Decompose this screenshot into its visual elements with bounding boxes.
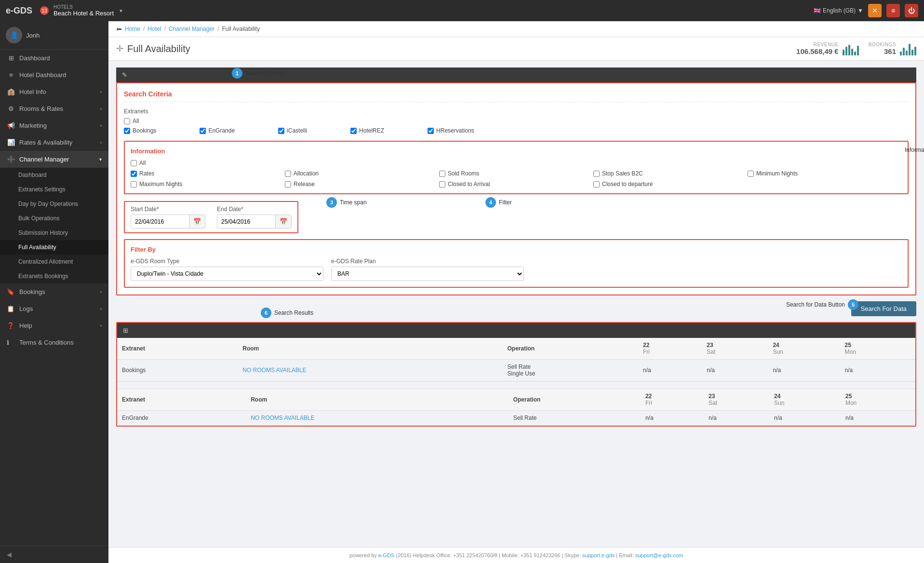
cb-engrande-label: EnGrande [208,127,235,134]
sub-item-cm-day-by-day[interactable]: Day by Day Operations [0,197,108,211]
cb-sold-rooms-input[interactable] [439,171,445,177]
search-for-data-button[interactable]: Search For Data [851,301,916,316]
date-day-25-1: Mon [845,349,911,355]
date-num-25-2: 25 [845,393,911,400]
sub-item-cm-submission[interactable]: Submission History [0,226,108,240]
footer-egds-link[interactable]: e-GDS [378,552,395,558]
sidebar-item-help[interactable]: ❓ Help › [0,317,108,334]
footer-skype-link[interactable]: support.e-gds [582,552,615,558]
cb-icastelli[interactable]: iCastelli [278,127,307,134]
cb-release[interactable]: Release [285,181,439,188]
cb-release-input[interactable] [285,181,291,188]
cb-min-nights-input[interactable] [748,171,754,177]
cb-hotelrez-input[interactable] [350,128,357,134]
end-cal-icon[interactable]: 📅 [275,215,291,228]
icon-btn-bars[interactable]: ≡ [886,4,900,17]
cb-hreservations-input[interactable] [428,128,434,134]
page-title-area: ✛ Full Availability [116,43,190,54]
cb-stop-sales-input[interactable] [593,171,600,177]
cb-closed-arrival[interactable]: Closed to Arrival [439,181,593,188]
cb-max-nights[interactable]: Maximum Nights [131,181,285,188]
criteria-title: Search Criteria [124,90,909,102]
date-num-25-1: 25 [845,342,911,349]
rate-plan-select[interactable]: BAR Standard Rate Weekend Rate [331,267,524,281]
cb-max-nights-input[interactable] [131,181,137,188]
breadcrumb-channel-manager[interactable]: Channel Manager [169,26,214,32]
help-arrow: › [100,323,102,328]
cb-hreservations[interactable]: HReservations [428,127,474,134]
cb-all-ext-input[interactable] [124,118,130,124]
cb-closed-arrival-label: Closed to Arrival [448,181,490,188]
sidebar-item-bookings[interactable]: 🔖 Bookings › [0,283,108,300]
cb-info-all[interactable]: All [131,160,902,166]
cb-rates-input[interactable] [131,171,137,177]
stats-area: REVENUE 106.568,49 € BOOKINGS [796,42,916,55]
sub-item-cm-full-avail[interactable]: Full Availability [0,240,108,255]
sidebar-item-terms[interactable]: ℹ Terms & Conditions [0,334,108,351]
cb-stop-sales[interactable]: Stop Sales B2C [593,170,748,177]
end-date-input[interactable] [217,215,275,228]
table-row-engrande: EnGrande NO ROOMS AVAILABLE Sell Rate n/… [117,411,915,426]
date-day-22-1: Fri [643,349,697,355]
breadcrumb-home[interactable]: Home [125,26,140,32]
cb-info-all-label: All [139,160,146,166]
sidebar-item-hotel-info[interactable]: 🏨 Hotel Info › [0,83,108,100]
sidebar-item-dashboard[interactable]: ⊞ Dashboard [0,50,108,67]
cb-bookings-input[interactable] [124,128,130,134]
logs-icon: 📋 [7,305,15,312]
sidebar-item-rooms-rates[interactable]: ⚙ Rooms & Rates › [0,100,108,117]
cb-sold-rooms[interactable]: Sold Rooms [439,170,593,177]
footer-email-link[interactable]: support@e-gds.com [635,552,683,558]
cb-icastelli-label: iCastelli [287,127,307,134]
lang-flag: 🇬🇧 [814,7,821,14]
td-operation-bookings: Sell Rate Single Use [503,360,638,381]
sidebar-collapse-btn[interactable]: ◀ [0,546,108,563]
sub-item-cm-extranets[interactable]: Extranets Settings [0,182,108,197]
bookings-stat: BOOKINGS 361 [869,42,916,55]
cb-info-all-input[interactable] [131,160,137,166]
collapse-icon: ◀ [7,551,12,558]
sidebar-item-marketing[interactable]: 📢 Marketing › [0,117,108,134]
breadcrumb-home-icon[interactable]: ⬅ [116,25,122,33]
date-num-22-2: 22 [645,393,699,400]
cb-engrande[interactable]: EnGrande [200,127,235,134]
icon-btn-power[interactable]: ⏻ [905,4,918,17]
notification-badge[interactable]: 13 [40,6,49,15]
rates-avail-icon: 📊 [7,139,15,146]
cb-closed-departure-input[interactable] [593,181,600,188]
cb-min-nights[interactable]: Minimum Nights [748,170,902,177]
cb-hotelrez[interactable]: HotelREZ [350,127,384,134]
cb-closed-departure[interactable]: Closed to departure [593,181,748,188]
sidebar-item-hotel-dashboard[interactable]: ≡ Hotel Dashboard [0,67,108,83]
cb-allocation[interactable]: Allocation [285,170,439,177]
sub-item-cm-centralized[interactable]: Centralized Allotment [0,255,108,269]
start-cal-icon[interactable]: 📅 [189,215,205,228]
cb-bookings[interactable]: Bookings [124,127,156,134]
sidebar-label-hotel-dashboard: Hotel Dashboard [19,71,67,79]
icon-btn-orange[interactable]: ✕ [868,4,882,17]
cb-engrande-input[interactable] [200,128,206,134]
td-val-22-bookings: n/a [638,360,702,381]
sidebar-item-logs[interactable]: 📋 Logs › [0,300,108,317]
scroll-content: ✎ 1 Search Criteria Search Criteria Extr… [108,61,924,547]
revenue-label: REVENUE [796,42,839,47]
start-date-input[interactable] [131,215,189,228]
cb-icastelli-input[interactable] [278,128,284,134]
bookings-arrow: › [100,289,102,295]
bubble-3: 3 [326,197,337,208]
sidebar-item-rates-availability[interactable]: 📊 Rates & Availability › [0,134,108,151]
cb-allocation-input[interactable] [285,171,291,177]
hotel-dropdown-icon[interactable]: ▼ [119,8,123,13]
cb-closed-arrival-input[interactable] [439,181,445,188]
sidebar-label-marketing: Marketing [19,122,47,129]
sub-item-cm-bulk[interactable]: Bulk Operations [0,211,108,226]
hotel-selector[interactable]: HOTELS Beach Hotel & Resort [54,4,114,17]
cb-rates[interactable]: Rates [131,170,285,177]
room-type-select[interactable]: Duplo/Twin - Vista Cidade Single Room Su… [131,267,323,281]
sub-item-cm-bookings[interactable]: Extranets Bookings [0,269,108,283]
cb-all-ext[interactable]: All [124,118,909,124]
lang-selector[interactable]: 🇬🇧 English (GB) ▼ [814,7,863,14]
breadcrumb-hotel[interactable]: Hotel [147,26,161,32]
sub-item-cm-dashboard[interactable]: Dashboard [0,168,108,182]
sidebar-item-channel-manager[interactable]: ➕ Channel Manager ▾ [0,151,108,168]
